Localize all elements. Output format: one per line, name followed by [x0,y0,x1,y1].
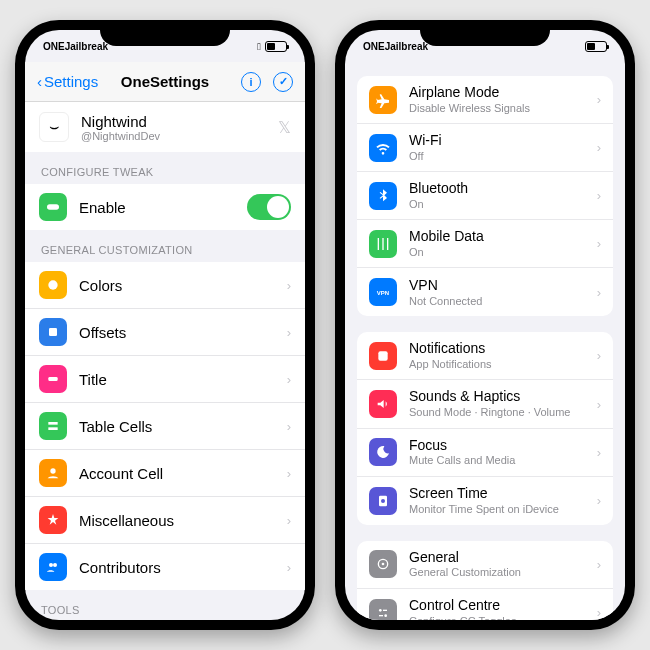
svg-rect-19 [379,615,383,616]
airplane-icon [369,86,397,114]
subtitle: Off [409,149,597,163]
notch [100,20,230,46]
screen-left: ONEJailbreak 􀙇 ‹ Settings OneSettings i … [25,30,305,620]
account-icon [39,459,67,487]
svg-point-6 [50,468,55,473]
enable-toggle[interactable] [247,194,291,220]
cell-wifi[interactable]: Wi-FiOff› [357,124,613,172]
chevron-right-icon: › [287,372,291,387]
label: Wi-Fi [409,132,597,149]
label: VPN [409,277,597,294]
chevron-right-icon: › [597,285,601,300]
label: Control Centre [409,597,597,614]
cell-misc[interactable]: Miscellaneous › [25,497,305,544]
offsets-icon [39,318,67,346]
section-general: GENERAL CUSTOMIZATION [25,230,305,262]
svg-rect-17 [383,609,387,610]
label: Mobile Data [409,228,597,245]
colors-icon [39,271,67,299]
misc-icon [39,506,67,534]
cell-tablecells[interactable]: Table Cells › [25,403,305,450]
avatar: ⌣ [39,112,69,142]
controlcentre-icon [369,599,397,620]
cell-offsets[interactable]: Offsets › [25,309,305,356]
carrier: ONEJailbreak [363,41,428,52]
chevron-right-icon: › [287,513,291,528]
label: Bluetooth [409,180,597,197]
svg-rect-11 [378,351,387,360]
svg-rect-5 [48,427,57,430]
table-icon [39,412,67,440]
cell-contributors[interactable]: Contributors › [25,544,305,590]
vpn-icon: VPN [369,278,397,306]
screentime-icon [369,487,397,515]
label: Contributors [79,559,287,576]
focus-icon [369,438,397,466]
mobiledata-icon [369,230,397,258]
svg-rect-4 [48,422,57,425]
subtitle: Sound Mode · Ringtone · Volume [409,405,597,419]
subtitle: Mute Calls and Media [409,453,597,467]
svg-rect-3 [48,377,57,381]
carrier: ONEJailbreak [43,41,108,52]
cell-bluetooth[interactable]: BluetoothOn› [357,172,613,220]
chevron-right-icon: › [597,605,601,620]
svg-point-1 [48,280,57,289]
label: Notifications [409,340,597,357]
chevron-right-icon: › [597,92,601,107]
label: Sounds & Haptics [409,388,597,405]
phone-left: ONEJailbreak 􀙇 ‹ Settings OneSettings i … [15,20,315,630]
cell-mobiledata[interactable]: Mobile DataOn› [357,220,613,268]
cell-sounds[interactable]: Sounds & HapticsSound Mode · Ringtone · … [357,380,613,428]
cell-airplane[interactable]: Airplane ModeDisable Wireless Signals› [357,76,613,124]
subtitle: General Customization [409,565,597,579]
cell-notifications[interactable]: NotificationsApp Notifications› [357,332,613,380]
label: Colors [79,277,287,294]
battery-icon [585,41,607,52]
back-button[interactable]: ‹ Settings [37,73,98,90]
cell-controlcentre[interactable]: Control CentreConfigure CC Toggles› [357,589,613,620]
twitter-icon: 𝕏 [278,118,291,137]
developer-handle: @NightwindDev [81,130,278,142]
checkmark-button[interactable]: ✓ [273,72,293,92]
svg-text:VPN: VPN [377,290,389,296]
chevron-right-icon: › [287,466,291,481]
cell-screentime[interactable]: Screen TimeMonitor Time Spent on iDevice… [357,477,613,525]
subtitle: App Notifications [409,357,597,371]
notifications-icon [369,342,397,370]
chevron-right-icon: › [597,236,601,251]
subtitle: Configure CC Toggles [409,614,597,620]
svg-point-15 [382,563,385,566]
developer-name: Nightwind [81,113,278,130]
bluetooth-icon [369,182,397,210]
general-icon [369,550,397,578]
label: Offsets [79,324,287,341]
content: ⌣ Nightwind @NightwindDev 𝕏 CONFIGURE TW… [25,102,305,620]
nav-bar: ‹ Settings OneSettings i ✓ [25,62,305,102]
cell-title[interactable]: Title › [25,356,305,403]
label: Table Cells [79,418,287,435]
chevron-left-icon: ‹ [37,73,42,90]
cell-focus[interactable]: FocusMute Calls and Media› [357,429,613,477]
page-title: OneSettings [121,73,209,90]
cell-vpn[interactable]: VPNVPNNot Connected› [357,268,613,316]
cell-colors[interactable]: Colors › [25,262,305,309]
chevron-right-icon: › [287,560,291,575]
chevron-right-icon: › [597,188,601,203]
label: General [409,549,597,566]
svg-point-8 [53,563,57,567]
section-tools: TOOLS [25,590,305,620]
sounds-icon [369,390,397,418]
subtitle: On [409,197,597,211]
subtitle: Disable Wireless Signals [409,101,597,115]
wifi-icon: 􀙇 [257,41,261,52]
subtitle: Monitor Time Spent on iDevice [409,502,597,516]
contrib-icon [39,553,67,581]
cell-general[interactable]: GeneralGeneral Customization› [357,541,613,589]
cell-accountcell[interactable]: Account Cell › [25,450,305,497]
chevron-right-icon: › [597,140,601,155]
info-button[interactable]: i [241,72,261,92]
developer-cell[interactable]: ⌣ Nightwind @NightwindDev 𝕏 [25,102,305,152]
subtitle: Not Connected [409,294,597,308]
label: Airplane Mode [409,84,597,101]
